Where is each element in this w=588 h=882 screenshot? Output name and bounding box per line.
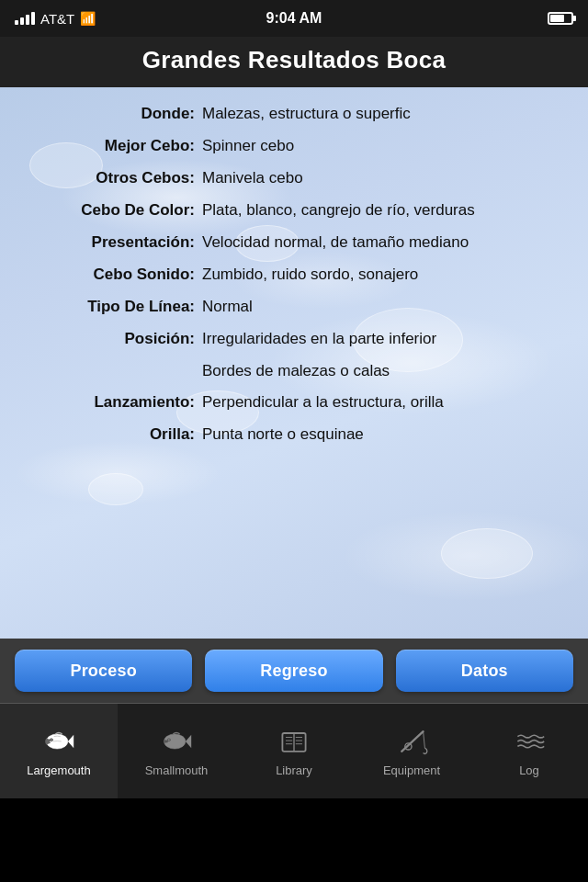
wifi-icon: 📶 <box>80 11 96 26</box>
table-row: Presentación:Velocidad normal, de tamaño… <box>18 232 570 254</box>
tab-largemouth[interactable]: Largemouth <box>0 704 118 798</box>
svg-line-17 <box>424 731 425 748</box>
row-label: Otros Cebos: <box>18 168 202 189</box>
row-value: Punta norte o esquinae <box>202 424 570 446</box>
status-time: 9:04 AM <box>266 10 322 27</box>
row-label: Orilla: <box>18 424 202 446</box>
battery-icon <box>548 12 573 25</box>
title-bar: Grandes Resultados Boca <box>0 37 588 87</box>
row-value: Manivela cebo <box>202 168 570 189</box>
log-icon <box>513 728 546 760</box>
table-row: Lanzamiento:Perpendicular a la estructur… <box>18 392 570 413</box>
table-row: Cebo De Color:Plata, blanco, cangrejo de… <box>18 200 570 221</box>
row-value: Bordes de malezas o calas <box>202 361 570 382</box>
largemouth-icon <box>42 728 75 760</box>
row-value: Zumbido, ruido sordo, sonajero <box>202 265 570 286</box>
tab-library[interactable]: Library <box>235 704 353 798</box>
table-row: Mejor Cebo:Spinner cebo <box>18 136 570 157</box>
status-bar: AT&T 📶 9:04 AM <box>0 0 588 37</box>
table-row: Otros Cebos:Manivela cebo <box>18 168 570 189</box>
row-value: Velocidad normal, de tamaño mediano <box>202 232 570 254</box>
proceso-button[interactable]: Proceso <box>15 650 192 692</box>
smallmouth-icon <box>160 728 193 760</box>
library-icon <box>277 728 311 760</box>
svg-line-16 <box>401 731 423 752</box>
svg-point-7 <box>168 739 169 740</box>
signal-bars-icon <box>15 12 35 25</box>
table-row: Cebo Sonido:Zumbido, ruido sordo, sonaje… <box>18 265 570 286</box>
table-row: Tipo De Línea:Normal <box>18 297 570 318</box>
tab-smallmouth[interactable]: Smallmouth <box>118 704 235 798</box>
row-label: Cebo Sonido: <box>18 265 202 286</box>
row-label: Posición: <box>18 329 202 350</box>
status-right <box>548 12 573 25</box>
table-row: Orilla:Punta norte o esquinae <box>18 424 570 446</box>
carrier-label: AT&T <box>40 11 74 27</box>
row-value: Plata, blanco, cangrejo de río, verduras <box>202 200 570 221</box>
main-content: Donde:Malezas, estructura o superficMejo… <box>0 87 588 639</box>
svg-point-3 <box>51 739 51 740</box>
row-label: Cebo De Color: <box>18 200 202 221</box>
bubble-decoration <box>441 528 533 579</box>
data-table: Donde:Malezas, estructura o superficMejo… <box>18 104 570 446</box>
table-row: Bordes de malezas o calas <box>18 361 570 382</box>
regreso-button[interactable]: Regreso <box>205 650 382 692</box>
row-label: Tipo De Línea: <box>18 297 202 318</box>
row-value: Irregularidades en la parte inferior <box>202 329 570 350</box>
tab-equipment[interactable]: Equipment <box>353 704 470 798</box>
bubble-decoration <box>88 473 143 505</box>
table-row: Donde:Malezas, estructura o superfic <box>18 104 570 125</box>
tab-library-label: Library <box>276 763 312 777</box>
svg-marker-5 <box>186 734 191 747</box>
datos-button[interactable]: Datos <box>396 650 573 692</box>
tab-log[interactable]: Log <box>470 704 588 798</box>
page-title: Grandes Resultados Boca <box>18 46 570 74</box>
row-label: Donde: <box>18 104 202 125</box>
status-left: AT&T 📶 <box>15 11 96 27</box>
svg-marker-1 <box>68 734 74 747</box>
tab-log-label: Log <box>519 763 539 777</box>
tab-bar: Largemouth Smallmouth <box>0 703 588 798</box>
row-label: Presentación: <box>18 232 202 254</box>
row-value: Malezas, estructura o superfic <box>202 104 570 125</box>
table-row: Posición:Irregularidades en la parte inf… <box>18 329 570 350</box>
row-value: Normal <box>202 297 570 318</box>
tab-smallmouth-label: Smallmouth <box>145 763 209 777</box>
tab-equipment-label: Equipment <box>383 763 440 777</box>
row-value: Perpendicular a la estructura, orilla <box>202 392 570 413</box>
button-row: Proceso Regreso Datos <box>0 639 588 703</box>
row-value: Spinner cebo <box>202 136 570 157</box>
tab-largemouth-label: Largemouth <box>27 763 90 777</box>
equipment-icon <box>395 728 428 760</box>
row-label: Mejor Cebo: <box>18 136 202 157</box>
row-label: Lanzamiento: <box>18 392 202 413</box>
